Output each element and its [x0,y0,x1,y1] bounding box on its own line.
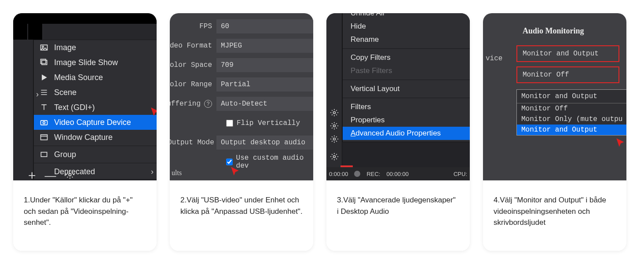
output-mode-value[interactable]: Output desktop audio [216,136,313,150]
video-format-value[interactable]: MJPEG [216,39,313,53]
mixer-left-column [326,13,342,168]
add-source-icon[interactable]: + [28,168,36,180]
expand-icon: › [36,90,39,99]
mixer-context-menu: Unhide All Hide Rename Copy Filters Past… [342,13,470,142]
step-1-card: › Image Image Slide Show Media Source Sc… [13,13,157,251]
color-range-row: Color RangePartial [170,76,313,93]
svg-point-10 [333,125,335,127]
window-icon [39,132,49,142]
color-space-row: Color Space709 [170,56,313,74]
settings-icon[interactable] [65,169,75,181]
step-4-caption: 4.Välj "Monitor and Output" i både video… [483,180,626,251]
audio-monitoring-dropdown[interactable]: Monitor and Output Monitor Off Monitor O… [516,89,626,136]
color-range-label: Color Range [170,81,216,88]
rec-time: 00:00:00 [386,171,409,177]
cpu-label: CPU: [454,171,467,177]
live-time: 0:00:00 [329,171,348,177]
menu-item-scene[interactable]: Scene [34,85,157,100]
play-icon [39,73,49,82]
flip-row: Flip Vertically [170,114,313,132]
screenshot-4: Audio Monitoring vice Monitor and Output… [483,13,626,180]
video-format-row: Video FormatMJPEG [170,37,313,55]
fps-row: FPS60 [170,18,313,35]
menu-item-hide[interactable]: Hide [343,20,470,33]
screenshot-3: 0 0 Unhide All Hide Rename Copy Filters … [326,13,470,180]
step-4-card: Audio Monitoring vice Monitor and Output… [483,13,626,251]
menu-label: Window Capture [54,133,113,142]
audio-monitoring-heading: Audio Monitoring [523,26,626,36]
svg-rect-6 [41,135,48,140]
svg-point-1 [42,46,44,48]
status-bar: 0:00:00 REC: 00:00:00 CPU: [326,167,470,180]
text-icon [39,103,49,112]
dropdown-option-monitor-off[interactable]: Monitor Off [517,103,626,114]
menu-item-copy-filters[interactable]: Copy Filters [343,51,470,64]
menu-item-text-gdi[interactable]: Text (GDI+) [34,100,157,115]
slideshow-icon [39,58,49,67]
menu-item-rename[interactable]: Rename [343,33,470,46]
menu-item-unhide-all[interactable]: Unhide All [343,13,470,20]
step-2-card: FPS60 Video FormatMJPEG Color Space709 C… [170,13,313,251]
step-1-caption: 1.Under "Källor" klickar du på "+" och s… [13,180,157,251]
dropdown-current: Monitor and Output [517,90,626,103]
color-space-value[interactable]: 709 [216,58,313,72]
svg-rect-4 [41,121,48,125]
menu-item-video-capture-device[interactable]: Video Capture Device [34,115,157,130]
menu-item-group[interactable]: Group [34,147,157,162]
buffering-value[interactable]: Auto-Detect [216,97,313,111]
menu-item-advanced-audio-properties[interactable]: Advanced Audio Properties [343,127,470,140]
flip-vertically-checkbox[interactable]: Flip Vertically [217,119,300,127]
menu-label: Image Slide Show [54,58,118,67]
gear-icon[interactable] [330,135,339,145]
screenshot-2: FPS60 Video FormatMJPEG Color Space709 C… [170,13,313,180]
gear-icon[interactable] [330,152,339,163]
svg-rect-7 [41,152,47,157]
svg-point-9 [333,112,335,114]
menu-item-image[interactable]: Image [34,40,157,55]
cursor-icon [230,165,241,180]
output-mode-label: o Output Mode [170,139,216,147]
buffering-row: Buffering?Auto-Detect [170,95,313,113]
video-format-label: Video Format [170,42,216,50]
image-icon [39,43,49,52]
svg-point-12 [333,156,335,158]
camera-icon [39,117,49,127]
menu-item-filters[interactable]: Filters [343,100,470,114]
menu-label: Scene [54,88,77,97]
group-icon [39,150,49,159]
menu-label: Text (GDI+) [54,103,95,112]
buffering-label: Buffering? [170,100,216,108]
gear-icon[interactable] [330,108,339,119]
gear-icon[interactable] [330,121,339,132]
list-icon [39,88,49,97]
menu-item-properties[interactable]: Properties [343,114,470,127]
record-indicator-icon [354,171,360,177]
help-icon[interactable]: ? [204,100,212,108]
menu-item-window-capture[interactable]: Window Capture [34,130,157,145]
monitor-off-highlight[interactable]: Monitor Off [516,66,619,83]
sources-context-menu: Image Image Slide Show Media Source Scen… [33,40,157,180]
cursor-icon [615,136,626,152]
menu-item-media-source[interactable]: Media Source [34,70,157,85]
partial-text: vice [486,55,502,62]
menu-item-paste-filters: Paste Filters [343,64,470,77]
svg-point-8 [69,173,71,176]
dropdown-option-monitor-and-output[interactable]: Monitor and Output [517,125,626,135]
sources-toolbar: + — [28,168,75,180]
step-3-card: 0 0 Unhide All Hide Rename Copy Filters … [326,13,470,251]
remove-source-icon[interactable]: — [45,169,56,181]
menu-label: Media Source [54,73,103,82]
menu-label: Group [54,150,76,159]
monitor-output-highlight[interactable]: Monitor and Output [516,45,619,62]
menu-item-vertical-layout[interactable]: Vertical Layout [343,82,470,95]
fps-label: FPS [170,22,216,30]
menu-label: Image [54,43,76,52]
dropdown-option-monitor-only[interactable]: Monitor Only (mute outpu [517,114,626,125]
step-3-caption: 3.Välj "Avancerade ljude­genskaper" i De… [326,180,470,251]
screenshot-1: › Image Image Slide Show Media Source Sc… [13,13,157,180]
color-space-label: Color Space [170,61,216,69]
dropdown-options: Monitor Off Monitor Only (mute outpu Mon… [517,103,626,135]
menu-item-image-slideshow[interactable]: Image Slide Show [34,55,157,70]
color-range-value[interactable]: Partial [216,77,313,92]
fps-value[interactable]: 60 [216,19,313,33]
